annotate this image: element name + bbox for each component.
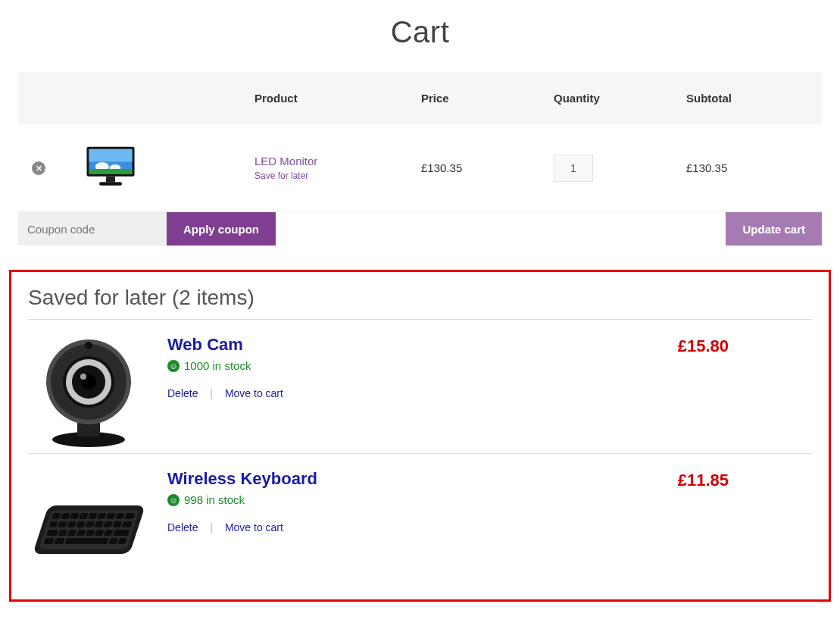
- col-remove-header: [18, 72, 71, 124]
- svg-rect-38: [46, 530, 59, 536]
- col-subtotal-header: Subtotal: [677, 72, 822, 124]
- product-subtotal: £130.35: [677, 124, 822, 212]
- saved-heading: Saved for later (2 items): [28, 286, 812, 310]
- svg-rect-2: [89, 149, 133, 162]
- saved-item: Web Cam ☺ 1000 in stock Delete | Move to…: [28, 320, 812, 454]
- col-thumb-header: [71, 72, 245, 124]
- coupon-code-input[interactable]: [18, 212, 167, 246]
- col-price-header: Price: [412, 72, 545, 124]
- page-title: Cart: [18, 15, 822, 49]
- product-thumb-cell: [71, 124, 245, 212]
- col-qty-header: Quantity: [545, 72, 677, 124]
- saved-item-name-link[interactable]: Wireless Keyboard: [167, 469, 317, 488]
- svg-rect-45: [113, 530, 130, 536]
- svg-rect-5: [89, 169, 133, 174]
- update-cart-button[interactable]: Update cart: [726, 212, 822, 246]
- table-row: ✕: [18, 124, 822, 212]
- saved-item-price: £11.85: [645, 471, 812, 490]
- cart-table: Product Price Quantity Subtotal ✕: [18, 72, 822, 246]
- action-divider: |: [210, 521, 213, 533]
- keyboard-thumb-icon: [28, 469, 149, 583]
- col-product-header: Product: [245, 72, 412, 124]
- saved-item-price: £15.80: [645, 336, 812, 356]
- action-divider: |: [210, 387, 213, 399]
- svg-rect-6: [106, 177, 115, 183]
- saved-item-name-link[interactable]: Web Cam: [167, 335, 243, 354]
- quantity-input[interactable]: [554, 155, 593, 182]
- webcam-thumb-icon: [28, 335, 149, 449]
- svg-rect-48: [64, 538, 109, 544]
- move-to-cart-link[interactable]: Move to cart: [225, 387, 283, 399]
- move-to-cart-link[interactable]: Move to cart: [225, 521, 283, 533]
- svg-point-17: [85, 342, 92, 349]
- close-icon: ✕: [36, 164, 42, 173]
- smiley-icon: ☺: [167, 494, 180, 506]
- stock-status: ☺ 1000 in stock: [167, 359, 627, 372]
- stock-status: ☺ 998 in stock: [167, 493, 627, 506]
- saved-item: Wireless Keyboard ☺ 998 in stock Delete …: [28, 454, 812, 583]
- product-name-link[interactable]: LED Monitor: [254, 155, 317, 167]
- smiley-icon: ☺: [167, 360, 180, 372]
- saved-for-later-section: Saved for later (2 items) Web Ca: [9, 270, 831, 602]
- svg-point-16: [80, 374, 86, 380]
- save-for-later-link[interactable]: Save for later: [254, 171, 403, 181]
- apply-coupon-button[interactable]: Apply coupon: [167, 212, 276, 246]
- delete-saved-link[interactable]: Delete: [167, 521, 198, 533]
- monitor-thumb-icon: [80, 144, 141, 189]
- stock-text: 1000 in stock: [184, 359, 251, 372]
- product-price: £130.35: [412, 124, 545, 212]
- svg-rect-7: [99, 182, 122, 186]
- delete-saved-link[interactable]: Delete: [167, 387, 198, 399]
- actions-row: Apply coupon Update cart: [18, 212, 822, 246]
- stock-text: 998 in stock: [184, 493, 245, 506]
- remove-item-button[interactable]: ✕: [32, 161, 45, 175]
